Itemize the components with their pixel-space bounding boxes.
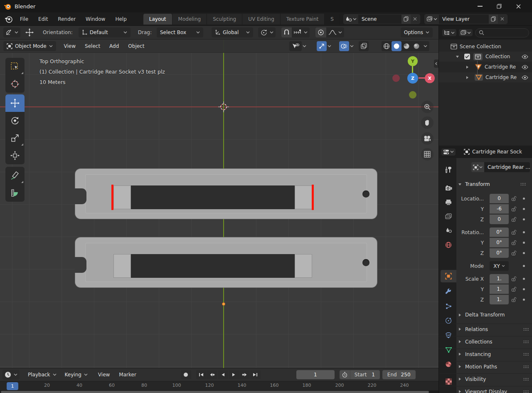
transform-panel-header[interactable]: Transform bbox=[458, 180, 530, 189]
viewport-menu-select[interactable]: Select bbox=[80, 43, 105, 49]
disclosure-right-icon[interactable] bbox=[466, 76, 469, 79]
auto-keyframe-button[interactable] bbox=[181, 370, 191, 379]
start-frame-value[interactable]: 1 bbox=[371, 372, 380, 378]
view-layer-dropdown-button[interactable] bbox=[425, 15, 439, 24]
end-frame-value[interactable]: 250 bbox=[400, 372, 416, 378]
view-layer-name[interactable]: View Layer bbox=[439, 16, 489, 22]
workspace-tab-shading-clipped[interactable]: S bbox=[325, 14, 340, 25]
animate-dot[interactable] bbox=[523, 265, 525, 267]
gizmo-x-axis[interactable]: X bbox=[425, 73, 435, 83]
outliner-row-collection[interactable]: Collection bbox=[439, 52, 532, 62]
location-x-field[interactable]: 0 bbox=[490, 194, 509, 203]
hide-in-viewport-eye-icon[interactable] bbox=[522, 75, 528, 80]
tab-tool[interactable] bbox=[441, 163, 456, 176]
panel-collections[interactable]: Collections bbox=[439, 336, 532, 347]
play-button[interactable] bbox=[229, 370, 239, 379]
panel-motion-paths[interactable]: Motion Paths bbox=[439, 361, 532, 372]
animate-dot[interactable] bbox=[523, 242, 525, 244]
cursor-tool[interactable] bbox=[5, 75, 25, 93]
current-frame-marker[interactable]: 1 bbox=[7, 382, 18, 390]
workspace-tab-uv-editing[interactable]: UV Editing bbox=[242, 14, 281, 25]
viewport-canvas[interactable]: Object Mode View Select Add Object bbox=[0, 40, 438, 368]
previous-keyframe-button[interactable] bbox=[207, 370, 217, 379]
maximize-button[interactable] bbox=[490, 0, 509, 12]
lock-icon[interactable] bbox=[511, 230, 517, 235]
blender-menu-logo-icon[interactable] bbox=[5, 15, 12, 23]
animate-dot[interactable] bbox=[523, 288, 525, 290]
workspace-tab-layout[interactable]: Layout bbox=[143, 14, 172, 25]
menu-window[interactable]: Window bbox=[81, 12, 110, 26]
snap-toggle-button[interactable] bbox=[281, 27, 292, 37]
disclosure-down-icon[interactable] bbox=[456, 55, 459, 58]
animate-dot[interactable] bbox=[523, 218, 525, 220]
rotation-y-field[interactable]: 0° bbox=[490, 238, 509, 247]
play-reverse-button[interactable] bbox=[218, 370, 228, 379]
menu-help[interactable]: Help bbox=[110, 12, 131, 26]
cartridge-plate-top[interactable] bbox=[75, 168, 377, 219]
gizmo-neg-x-axis[interactable] bbox=[392, 74, 400, 82]
menu-file[interactable]: File bbox=[15, 12, 33, 26]
xray-toggle[interactable] bbox=[359, 41, 369, 51]
location-y-field[interactable]: -6 bbox=[490, 204, 509, 214]
gizmos-toggle[interactable] bbox=[317, 41, 327, 51]
options-dropdown[interactable]: Options bbox=[401, 27, 433, 37]
gizmo-z-axis[interactable]: Z bbox=[407, 73, 418, 84]
panel-relations[interactable]: Relations bbox=[439, 324, 532, 334]
animate-dot[interactable] bbox=[523, 198, 525, 200]
timeline-editor-type-dropdown[interactable] bbox=[2, 370, 20, 380]
use-preview-range-button[interactable] bbox=[340, 370, 350, 379]
rotation-mode-dropdown[interactable]: XY bbox=[490, 261, 509, 271]
workspace-tab-texture-paint[interactable]: Texture Paint bbox=[281, 14, 325, 25]
snap-target-dropdown[interactable] bbox=[292, 27, 310, 37]
mode-dropdown[interactable]: Object Mode bbox=[3, 41, 56, 51]
remove-view-layer-button[interactable] bbox=[498, 15, 507, 24]
rotation-z-field[interactable]: 0° bbox=[490, 248, 509, 258]
new-view-layer-button[interactable] bbox=[489, 15, 498, 24]
keying-menu[interactable]: Keying bbox=[62, 370, 91, 380]
viewport-menu-object[interactable]: Object bbox=[123, 43, 149, 49]
shading-solid-button[interactable] bbox=[392, 41, 401, 51]
rotate-tool[interactable] bbox=[5, 112, 25, 129]
lock-icon[interactable] bbox=[511, 297, 517, 302]
menu-edit[interactable]: Edit bbox=[33, 12, 53, 26]
gizmo-neg-y-axis[interactable] bbox=[409, 91, 416, 99]
lock-icon[interactable] bbox=[511, 196, 517, 201]
scale-tool[interactable] bbox=[5, 129, 25, 147]
viewport-menu-view[interactable]: View bbox=[59, 43, 80, 49]
rotation-x-field[interactable]: 0° bbox=[490, 227, 509, 237]
animate-dot[interactable] bbox=[523, 231, 525, 233]
close-button[interactable] bbox=[509, 0, 528, 12]
zoom-view-button[interactable] bbox=[421, 101, 433, 113]
workspace-tab-sculpting[interactable]: Sculpting bbox=[207, 14, 242, 25]
measure-tool[interactable] bbox=[5, 184, 25, 202]
lock-icon[interactable] bbox=[511, 276, 517, 282]
falloff-dropdown[interactable] bbox=[326, 27, 344, 37]
disclosure-right-icon[interactable] bbox=[466, 65, 469, 69]
pivot-orientation-dropdown[interactable]: Global bbox=[212, 27, 253, 37]
lock-icon[interactable] bbox=[511, 250, 517, 256]
hide-in-viewport-eye-icon[interactable] bbox=[522, 54, 528, 59]
scale-z-field[interactable]: 1. bbox=[490, 295, 509, 304]
new-scene-button[interactable] bbox=[401, 15, 411, 24]
animate-dot[interactable] bbox=[523, 252, 525, 254]
timeline-scrollbar[interactable] bbox=[0, 391, 438, 393]
object-id-dropdown[interactable] bbox=[471, 162, 484, 172]
menu-render[interactable]: Render bbox=[53, 12, 81, 26]
timeline-ruler[interactable]: 1 20 40 60 80 100 120 140 160 180 200 22… bbox=[0, 381, 438, 391]
lock-icon[interactable] bbox=[511, 217, 517, 222]
animate-dot[interactable] bbox=[523, 278, 525, 280]
select-box-tool[interactable] bbox=[5, 58, 25, 75]
lock-icon[interactable] bbox=[511, 287, 517, 292]
shading-wireframe-button[interactable] bbox=[382, 41, 392, 51]
outliner-editor-type-dropdown[interactable] bbox=[442, 29, 456, 36]
scale-x-field[interactable]: 1. bbox=[490, 274, 509, 284]
outliner-search-input[interactable] bbox=[475, 28, 529, 37]
gizmo-y-axis[interactable]: Y bbox=[408, 56, 418, 66]
object-name-field[interactable]: Cartridge Rear ... bbox=[484, 162, 530, 172]
transform-tool[interactable] bbox=[5, 147, 25, 164]
jump-to-end-button[interactable] bbox=[250, 370, 261, 379]
minimize-button[interactable] bbox=[470, 0, 490, 12]
outliner-display-mode-dropdown[interactable] bbox=[459, 29, 473, 36]
scene-dropdown-button[interactable] bbox=[344, 15, 358, 24]
panel-visibility[interactable]: Visibility bbox=[439, 373, 532, 384]
